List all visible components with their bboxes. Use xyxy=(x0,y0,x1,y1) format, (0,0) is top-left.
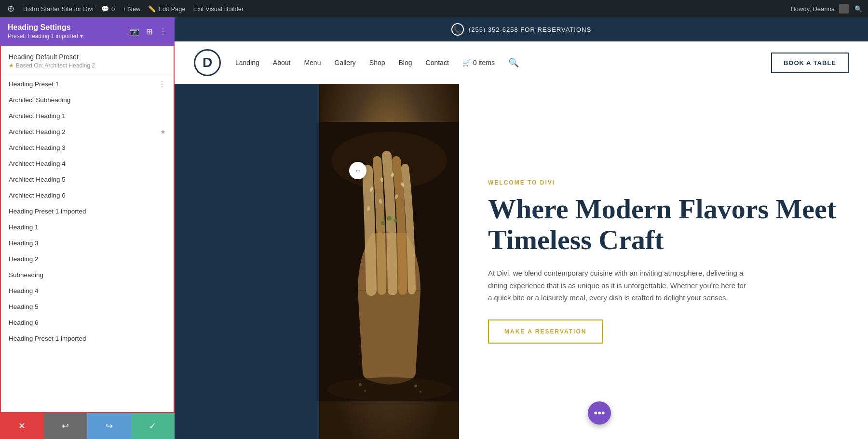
svg-point-15 xyxy=(364,390,366,392)
site-logo[interactable]: D xyxy=(194,49,221,76)
bottom-action-bar: ✕ ↩ ↪ ✓ xyxy=(0,413,175,439)
svg-point-11 xyxy=(381,221,385,225)
nav-link-gallery[interactable]: Gallery xyxy=(334,59,355,67)
based-on-text: Based On: Architect Heading 2 xyxy=(16,62,95,69)
nav-link-landing[interactable]: Landing xyxy=(235,59,259,67)
admin-edit-page[interactable]: ✏️ Edit Page xyxy=(148,5,185,13)
preset-dropdown-panel: Heading Default Preset ★ Based On: Archi… xyxy=(0,45,175,413)
admin-comments[interactable]: 💬 0 xyxy=(101,5,115,13)
drag-handle[interactable]: ↔ xyxy=(349,162,366,179)
save-button[interactable]: ✓ xyxy=(131,413,175,439)
site-topbar: 📞 (255) 352-6258 FOR RESERVATIONS xyxy=(175,17,868,41)
panel-header: Heading Settings Preset: Heading 1 impor… xyxy=(0,17,175,45)
hero-description: At Divi, we blend contemporary cuisine w… xyxy=(488,267,748,304)
svg-point-14 xyxy=(359,383,362,386)
heading-settings-panel: Heading Settings Preset: Heading 1 impor… xyxy=(0,17,175,439)
list-item[interactable]: Heading Preset 1 imported xyxy=(1,331,174,346)
camera-icon[interactable]: 📷 xyxy=(130,27,139,36)
search-icon[interactable]: 🔍 xyxy=(508,57,519,68)
hero-tag: WELCOME TO DIVI xyxy=(488,179,839,186)
list-item[interactable]: Architect Subheading xyxy=(1,92,174,108)
list-item[interactable]: Heading 1 xyxy=(1,219,174,235)
exit-builder-label: Exit Visual Builder xyxy=(193,5,244,13)
book-table-button[interactable]: BOOK A TABLE xyxy=(771,53,849,73)
site-name-label: Bistro Starter Site for Divi xyxy=(23,5,94,13)
default-preset-subtitle: ★ Based On: Architect Heading 2 xyxy=(9,62,166,69)
list-item[interactable]: Heading Preset 1 ⋮ xyxy=(1,76,174,92)
list-item[interactable]: Heading 4 xyxy=(1,283,174,299)
food-photo xyxy=(319,84,459,439)
cancel-button[interactable]: ✕ xyxy=(0,413,44,439)
wp-logo-icon[interactable]: ⊕ xyxy=(6,4,15,13)
grid-icon[interactable]: ⊞ xyxy=(146,27,152,36)
list-item[interactable]: Heading Preset 1 imported xyxy=(1,203,174,219)
site-nav: D Landing About Menu Gallery Shop Blog C… xyxy=(175,41,868,84)
nav-link-shop[interactable]: Shop xyxy=(369,59,385,67)
favorite-star-icon[interactable]: ★ xyxy=(160,128,166,135)
nav-link-blog[interactable]: Blog xyxy=(399,59,412,67)
panel-title: Heading Settings xyxy=(8,23,83,32)
preset-dots-icon[interactable]: ⋮ xyxy=(158,80,166,89)
panel-preset-subtitle[interactable]: Preset: Heading 1 imported ▾ xyxy=(8,33,83,40)
admin-site-name[interactable]: D Bistro Starter Site for Divi xyxy=(23,5,94,13)
list-item[interactable]: Architect Heading 5 xyxy=(1,172,174,187)
preset-item-label: Architect Heading 1 xyxy=(9,112,66,120)
default-preset-title: Heading Default Preset xyxy=(9,53,166,61)
chevron-down-icon: ▾ xyxy=(80,33,83,40)
more-options-icon[interactable]: ⋮ xyxy=(159,27,167,36)
nav-link-about[interactable]: About xyxy=(273,59,291,67)
reservation-button[interactable]: MAKE A RESERVATION xyxy=(488,319,603,344)
nav-link-menu[interactable]: Menu xyxy=(304,59,321,67)
svg-point-16 xyxy=(414,385,417,387)
website-preview: 📞 (255) 352-6258 FOR RESERVATIONS D Land… xyxy=(175,17,868,439)
new-label: + New xyxy=(122,5,140,13)
list-item[interactable]: Heading 6 xyxy=(1,315,174,331)
howdy-text: Howdy, Deanna xyxy=(790,5,835,13)
nav-cart[interactable]: 🛒 0 items xyxy=(462,59,495,67)
fab-dots-icon: ••• xyxy=(594,407,605,419)
preset-item-label: Subheading xyxy=(9,271,43,279)
preset-item-label: Heading 4 xyxy=(9,287,39,294)
admin-search[interactable]: 🔍 xyxy=(854,5,862,13)
undo-button[interactable]: ↩ xyxy=(44,413,88,439)
list-item[interactable]: Architect Heading 3 xyxy=(1,140,174,156)
preset-item-label: Heading 6 xyxy=(9,319,39,326)
topbar-text: (255) 352-6258 FOR RESERVATIONS xyxy=(469,26,591,33)
svg-point-10 xyxy=(387,216,392,221)
preset-item-label: Heading Preset 1 imported xyxy=(9,335,86,342)
svg-point-13 xyxy=(326,377,452,401)
preset-item-label: Architect Heading 4 xyxy=(9,160,66,167)
panel-header-text: Heading Settings Preset: Heading 1 impor… xyxy=(8,23,83,40)
preset-list: Heading Preset 1 ⋮ Architect Subheading … xyxy=(1,74,174,348)
site-nav-links: Landing About Menu Gallery Shop Blog Con… xyxy=(235,57,757,68)
preset-item-label: Heading Preset 1 xyxy=(9,80,59,88)
admin-bar: ⊕ D Bistro Starter Site for Divi 💬 0 + N… xyxy=(0,0,868,17)
preset-item-label: Architect Heading 3 xyxy=(9,144,66,151)
fab-button[interactable]: ••• xyxy=(588,401,611,425)
nav-link-contact[interactable]: Contact xyxy=(426,59,449,67)
panel-subtitle-text: Preset: Heading 1 imported xyxy=(8,33,78,40)
admin-new[interactable]: + New xyxy=(122,5,140,13)
list-item[interactable]: Architect Heading 6 xyxy=(1,187,174,203)
star-icon: ★ xyxy=(9,62,14,69)
edit-page-label: Edit Page xyxy=(158,5,185,13)
list-item[interactable]: Subheading xyxy=(1,267,174,283)
list-item[interactable]: Heading 3 xyxy=(1,235,174,251)
list-item[interactable]: Architect Heading 4 xyxy=(1,156,174,172)
preset-item-label: Architect Subheading xyxy=(9,96,70,104)
list-item[interactable]: Architect Heading 1 xyxy=(1,108,174,124)
admin-howdy[interactable]: Howdy, Deanna xyxy=(790,4,849,13)
list-item[interactable]: Heading 5 xyxy=(1,299,174,315)
preset-item-label: Heading 1 xyxy=(9,224,39,231)
preset-item-label: Architect Heading 2 xyxy=(9,128,66,135)
redo-button[interactable]: ↪ xyxy=(87,413,131,439)
hero-title: Where Modern Flavors Meet Timeless Craft xyxy=(488,194,839,255)
preset-item-label: Heading 3 xyxy=(9,239,39,247)
comments-count: 0 xyxy=(111,5,115,13)
preset-item-label: Heading 2 xyxy=(9,255,39,263)
admin-exit-builder[interactable]: Exit Visual Builder xyxy=(193,5,244,13)
logo-letter: D xyxy=(203,55,212,70)
preset-item-label: Heading Preset 1 imported xyxy=(9,208,86,215)
list-item[interactable]: Heading 2 xyxy=(1,251,174,267)
list-item[interactable]: Architect Heading 2 ★ xyxy=(1,124,174,140)
